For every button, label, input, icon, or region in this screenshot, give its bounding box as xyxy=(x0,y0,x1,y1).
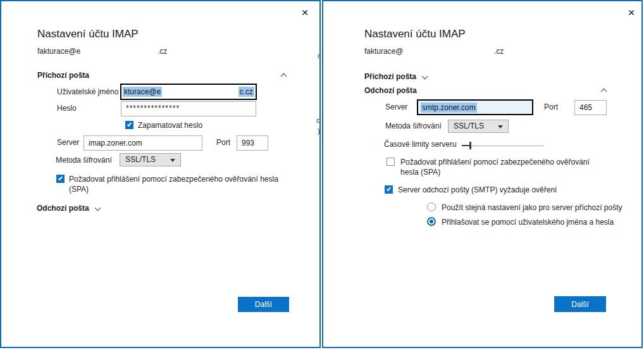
next-button[interactable]: Další xyxy=(554,296,606,312)
port-input[interactable]: 465 xyxy=(574,100,607,115)
encryption-method-dropdown[interactable]: SSL/TLS xyxy=(120,153,181,166)
smtp-auth-checkbox[interactable] xyxy=(385,185,393,194)
radio-same-settings[interactable] xyxy=(427,203,436,211)
encryption-method-label: Metoda šifrování xyxy=(385,122,442,130)
close-icon: × xyxy=(628,6,635,18)
remember-password-checkbox[interactable] xyxy=(125,121,133,129)
account-email-prefix: fakturace@ xyxy=(364,47,404,56)
username-selected-text-right: c.cz xyxy=(238,87,254,97)
check-icon xyxy=(387,187,391,191)
spa-label-line2[interactable]: hesla (SPA) xyxy=(400,168,440,177)
port-input[interactable]: 993 xyxy=(237,135,268,151)
chevron-down-icon xyxy=(422,73,428,80)
page-title: Nastavení účtu IMAP xyxy=(364,28,466,41)
spa-label-line2[interactable]: (SPA) xyxy=(69,185,89,194)
close-icon: × xyxy=(301,6,308,18)
section-header-incoming[interactable]: Příchozí pošta xyxy=(37,71,89,80)
chevron-up-icon[interactable] xyxy=(281,73,287,80)
username-label: Uživatelské jméno xyxy=(57,87,118,96)
encryption-method-dropdown[interactable]: SSL/TLS xyxy=(448,120,509,133)
section-header-outgoing[interactable]: Odchozí pošta xyxy=(364,86,417,95)
cropped-text-fragment: cl xyxy=(316,116,321,124)
radio-username-password-label[interactable]: Přihlašovat se pomocí uživatelského jmén… xyxy=(442,218,614,227)
smtp-auth-label[interactable]: Server odchozí pošty (SMTP) vyžaduje ově… xyxy=(398,185,557,194)
spa-label-line1[interactable]: Požadovat přihlášení pomocí zabezpečenéh… xyxy=(400,158,590,166)
account-email-suffix: .cz xyxy=(494,47,504,56)
imap-settings-dialog-outgoing: × Nastavení účtu IMAP fakturace@ .cz Pří… xyxy=(322,0,643,348)
password-label: Heslo xyxy=(57,104,77,113)
section-header-incoming-label: Příchozí pošta xyxy=(364,72,416,81)
password-input[interactable]: *************** xyxy=(121,101,256,116)
server-label: Server xyxy=(385,103,407,111)
encryption-method-value: SSL/TLS xyxy=(454,122,484,130)
section-header-incoming[interactable]: Příchozí pošta xyxy=(364,72,427,81)
spa-checkbox[interactable] xyxy=(387,158,395,166)
server-selected-text: smtp.zoner.com xyxy=(421,103,477,113)
close-button[interactable]: × xyxy=(297,4,313,20)
section-header-outgoing-label: Odchozí pošta xyxy=(37,204,89,213)
imap-settings-dialog-incoming: × Nastavení účtu IMAP fakturace@e .cz Př… xyxy=(0,0,321,348)
account-email-suffix: .cz xyxy=(158,47,167,56)
account-email-prefix: fakturace@e xyxy=(37,47,80,56)
radio-selected-dot-icon xyxy=(430,220,433,223)
timeout-slider-track[interactable] xyxy=(471,146,543,146)
radio-same-settings-label[interactable]: Použít stejná nastavení jako pro server … xyxy=(442,203,622,212)
username-input[interactable]: kturace@e c.cz xyxy=(120,84,257,100)
page-title: Nastavení účtu IMAP xyxy=(37,28,139,41)
chevron-up-icon[interactable] xyxy=(601,89,607,95)
server-input[interactable]: smtp.zoner.com xyxy=(417,99,533,115)
port-label: Port xyxy=(216,138,230,147)
cropped-text-fragment: c xyxy=(318,52,321,59)
remember-password-label[interactable]: Zapamatovat heslo xyxy=(138,121,202,130)
username-selected-text-left: kturace@e xyxy=(123,87,162,97)
radio-username-password[interactable] xyxy=(427,217,436,226)
section-header-outgoing[interactable]: Odchozí pošta xyxy=(37,204,100,213)
encryption-method-label: Metoda šifrování xyxy=(56,156,112,165)
next-button[interactable]: Další xyxy=(238,297,289,312)
port-label: Port xyxy=(544,103,558,111)
encryption-method-value: SSL/TLS xyxy=(125,155,156,164)
server-timeout-label: Časové limity serveru xyxy=(384,140,457,149)
username-input-content: kturace@e c.cz xyxy=(121,85,256,99)
dropdown-arrow-icon xyxy=(498,125,503,128)
check-icon xyxy=(127,122,132,127)
spa-checkbox[interactable] xyxy=(56,175,65,183)
cropped-text-fragment: ) xyxy=(318,127,320,135)
server-input-content: smtp.zoner.com xyxy=(418,101,532,114)
spa-label-line1[interactable]: Požadovat přihlášení pomocí zabezpečenéh… xyxy=(69,175,278,184)
chevron-down-icon xyxy=(95,205,101,211)
server-label: Server xyxy=(57,138,79,147)
server-input[interactable]: imap.zoner.com xyxy=(84,135,202,151)
check-icon xyxy=(58,176,63,180)
dropdown-arrow-icon xyxy=(170,159,175,162)
close-button[interactable]: × xyxy=(624,4,639,20)
